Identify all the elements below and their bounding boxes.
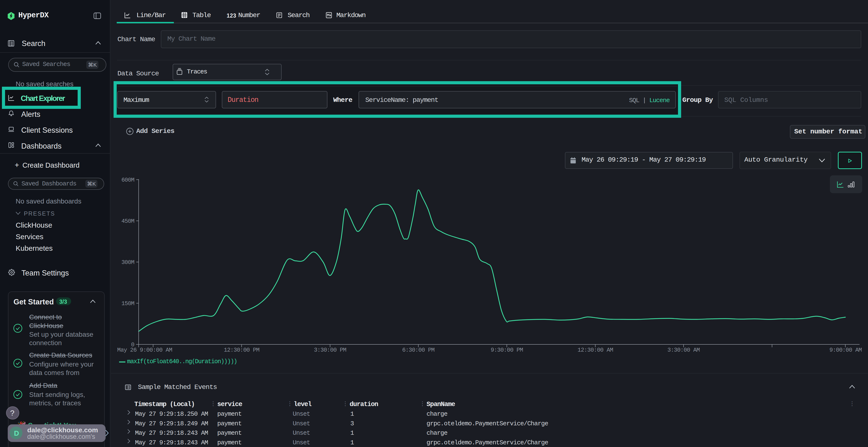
svg-text:600M: 600M bbox=[121, 177, 134, 183]
svg-text:450M: 450M bbox=[121, 218, 134, 225]
svg-text:3:30:00 PM: 3:30:00 PM bbox=[314, 347, 346, 353]
svg-text:300M: 300M bbox=[121, 259, 134, 266]
svg-text:150M: 150M bbox=[121, 300, 134, 307]
svg-text:6:30:00 PM: 6:30:00 PM bbox=[402, 347, 434, 353]
svg-text:9:00:00 AM: 9:00:00 AM bbox=[830, 347, 862, 353]
svg-text:3:30:00 AM: 3:30:00 AM bbox=[668, 347, 700, 353]
svg-text:12:30:00 AM: 12:30:00 AM bbox=[578, 347, 613, 353]
svg-text:9:30:00 PM: 9:30:00 PM bbox=[491, 347, 523, 353]
svg-text:12:30:00 PM: 12:30:00 PM bbox=[224, 347, 259, 353]
svg-text:May 26 9:00:00 AM: May 26 9:00:00 AM bbox=[117, 347, 172, 353]
